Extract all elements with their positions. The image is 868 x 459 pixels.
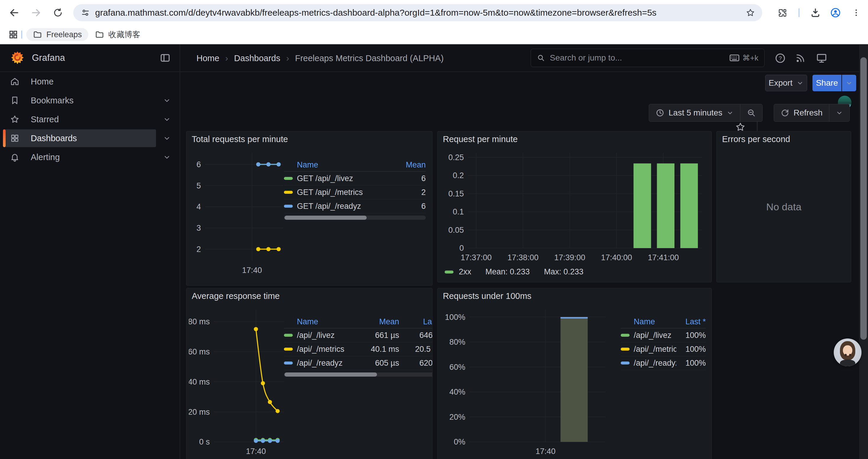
downloads-icon[interactable] xyxy=(809,7,821,19)
bookmark-folder-freeleaps[interactable]: Freeleaps xyxy=(26,28,88,41)
series-name: GET /api/_/readyz xyxy=(297,202,399,211)
series-name: /api/_/livez xyxy=(297,331,364,340)
breadcrumb-dashboards[interactable]: Dashboards xyxy=(234,54,280,63)
series-mean: 661 µs xyxy=(364,331,399,340)
column-header-name[interactable]: Name xyxy=(297,160,399,169)
series-color-chip xyxy=(621,334,629,337)
table-scrollbar[interactable] xyxy=(284,216,426,220)
panel-title[interactable]: Total requests per minute xyxy=(192,134,288,144)
breadcrumb-home[interactable]: Home xyxy=(196,54,219,63)
sidebar-item-alerting[interactable]: Alerting xyxy=(0,148,180,167)
grafana-logo[interactable] xyxy=(11,51,24,65)
avatar-eye xyxy=(849,354,851,356)
apps-grid-icon[interactable] xyxy=(8,30,18,40)
total-requests-chart[interactable]: 2345617:40 xyxy=(189,149,286,276)
sidebar-toggle-icon[interactable] xyxy=(159,52,171,64)
panel-title[interactable]: Request per minute xyxy=(443,134,518,144)
sidebar-item-home[interactable]: Home xyxy=(0,72,180,91)
chevron-down-icon xyxy=(845,79,852,87)
browser-toolbar xyxy=(0,0,868,25)
browser-menu-icon[interactable] xyxy=(850,7,862,19)
panel-title[interactable]: Average response time xyxy=(192,291,280,301)
column-header-mean[interactable]: Mean xyxy=(399,160,426,169)
news-rss-icon[interactable] xyxy=(794,52,807,65)
panel-title[interactable]: Requests under 100ms xyxy=(443,291,531,301)
svg-text:0%: 0% xyxy=(454,437,465,446)
series-mean: 2 xyxy=(399,188,426,197)
export-button[interactable]: Export xyxy=(765,75,807,91)
breadcrumb-separator: › xyxy=(286,53,289,63)
refresh-button[interactable]: Refresh xyxy=(774,104,829,121)
help-icon[interactable]: ? xyxy=(774,52,787,65)
search-box[interactable]: ⌘+k xyxy=(531,49,765,67)
svg-text:0.25: 0.25 xyxy=(448,153,464,162)
profile-icon[interactable] xyxy=(830,7,841,19)
kiosk-monitor-icon[interactable] xyxy=(815,52,828,65)
breadcrumb-current: Freeleaps Metrics Dashboard (ALPHA) xyxy=(295,54,444,63)
panel-request-per-minute: Request per minute 00.050.10.150.20.2517… xyxy=(437,131,712,282)
browser-chrome: Freeleaps 收藏博客 xyxy=(0,0,868,44)
table-row[interactable]: /api/_/metrics 100% xyxy=(621,342,706,356)
series-color-chip xyxy=(284,334,293,337)
panel-legend-table: Name Mean GET /api/_/livez 6 GET /api/_/… xyxy=(284,159,426,220)
extensions-icon[interactable] xyxy=(776,7,788,19)
column-header-name[interactable]: Name xyxy=(634,317,676,326)
search-input[interactable] xyxy=(550,53,725,63)
table-row[interactable]: /api/_/livez 100% xyxy=(621,328,706,342)
bookmark-page-star-icon[interactable] xyxy=(746,8,755,18)
table-row[interactable]: /api/_/readyz 605 µs 620 µs xyxy=(284,356,433,370)
request-per-minute-chart[interactable]: 00.050.10.150.20.2517:37:0017:38:0017:39… xyxy=(440,149,707,264)
grafana-top-bar: Grafana Home › Dashboards › Freeleaps Me… xyxy=(0,44,868,72)
table-row[interactable]: /api/_/readyz 100% xyxy=(621,356,706,370)
grafana-brand: Grafana xyxy=(0,44,180,71)
sidebar-item-dashboards[interactable]: Dashboards xyxy=(0,129,180,148)
table-scrollbar[interactable] xyxy=(284,372,433,376)
scrollbar-thumb[interactable] xyxy=(284,216,367,220)
zoom-out-icon xyxy=(747,108,756,117)
table-row[interactable]: /api/_/metrics 40.1 ms 20.5 ms xyxy=(284,342,433,356)
svg-text:40 ms: 40 ms xyxy=(189,378,210,386)
browser-reload-icon[interactable] xyxy=(52,7,64,19)
time-range-picker: Last 5 minutes xyxy=(649,104,763,122)
share-button[interactable]: Share xyxy=(812,75,841,91)
scrollbar-thumb[interactable] xyxy=(860,57,867,340)
series-last: 100% xyxy=(676,331,706,340)
page-scrollbar[interactable] xyxy=(859,45,868,459)
table-row[interactable]: GET /api/_/readyz 6 xyxy=(284,199,426,213)
column-header-last[interactable]: Last * xyxy=(676,317,706,326)
table-row[interactable]: GET /api/_/livez 6 xyxy=(284,172,426,186)
column-header-name[interactable]: Name xyxy=(297,317,364,326)
table-row[interactable]: /api/_/livez 661 µs 646 µs xyxy=(284,328,433,342)
svg-text:80%: 80% xyxy=(450,338,465,347)
table-row[interactable]: GET /api/_/metrics 2 xyxy=(284,186,426,199)
address-bar[interactable] xyxy=(73,4,762,21)
site-settings-icon[interactable] xyxy=(81,8,90,17)
chevron-down-icon[interactable] xyxy=(163,153,171,161)
chevron-down-icon[interactable] xyxy=(163,134,171,142)
column-header-last[interactable]: Last * xyxy=(399,317,433,326)
chevron-down-icon[interactable] xyxy=(163,97,171,104)
scrollbar-thumb[interactable] xyxy=(284,372,377,376)
bookmark-folder-blogs[interactable]: 收藏博客 xyxy=(88,28,147,41)
requests-under-100ms-chart[interactable]: 0%20%40%60%80%100%17:40 xyxy=(440,306,620,458)
svg-text:17:40: 17:40 xyxy=(536,447,556,456)
clock-icon xyxy=(656,108,664,117)
average-response-time-chart[interactable]: 0 s20 ms40 ms60 ms80 ms17:40 xyxy=(189,306,286,458)
time-range-button[interactable]: Last 5 minutes xyxy=(649,104,740,121)
legend-series-name[interactable]: 2xx xyxy=(459,267,471,276)
refresh-interval-dropdown[interactable] xyxy=(829,104,849,121)
series-color-chip xyxy=(284,348,293,351)
share-dropdown-button[interactable] xyxy=(842,75,856,91)
chevron-down-icon[interactable] xyxy=(163,116,171,123)
sidebar-item-starred[interactable]: Starred xyxy=(0,110,180,129)
browser-forward-icon[interactable] xyxy=(30,7,42,19)
column-header-mean[interactable]: Mean xyxy=(364,317,399,326)
zoom-out-time-button[interactable] xyxy=(740,104,762,121)
series-color-chip xyxy=(621,362,629,364)
browser-back-icon[interactable] xyxy=(8,7,20,19)
svg-text:20 ms: 20 ms xyxy=(189,407,210,417)
floating-assistant-avatar[interactable] xyxy=(834,338,862,366)
url-text[interactable] xyxy=(95,8,739,18)
svg-text:17:40: 17:40 xyxy=(246,447,266,456)
sidebar-item-bookmarks[interactable]: Bookmarks xyxy=(0,91,180,110)
